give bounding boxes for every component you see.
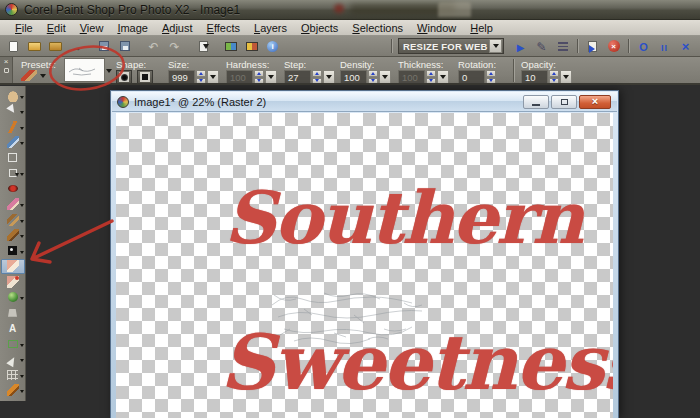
- eraser-tool-selected[interactable]: [1, 259, 25, 275]
- preset-shapes-tool[interactable]: [1, 336, 25, 352]
- rotation-label: Rotation:: [458, 59, 496, 70]
- record-icon[interactable]: [633, 38, 654, 55]
- presets-dropdown[interactable]: [21, 70, 46, 81]
- annotation-arrow: [32, 221, 112, 262]
- opacity-label: Opacity:: [521, 59, 556, 70]
- crop-icon: [8, 153, 17, 162]
- minimize-button[interactable]: [523, 95, 549, 109]
- density-input[interactable]: 100: [340, 70, 367, 84]
- density-slider-dropdown[interactable]: [379, 70, 391, 84]
- step-input[interactable]: 27: [284, 70, 311, 84]
- page-pointer-icon[interactable]: [193, 38, 214, 55]
- chevron-down-icon[interactable]: [489, 39, 502, 53]
- document-window: Image1* @ 22% (Raster 2) Southern Sweetn…: [110, 90, 619, 418]
- close-icon[interactable]: [4, 58, 9, 66]
- run-script-icon[interactable]: [582, 38, 603, 55]
- script-preset-dropdown[interactable]: RESIZE FOR WEB: [398, 38, 504, 54]
- menu-adjust[interactable]: Adjust: [155, 21, 200, 35]
- canvas-area[interactable]: Southern Sweetness: [116, 113, 613, 418]
- preset-preview-swatch[interactable]: [64, 58, 105, 82]
- opacity-input[interactable]: 10: [521, 70, 548, 84]
- menu-image[interactable]: Image: [110, 21, 155, 35]
- save-icon[interactable]: [93, 38, 114, 55]
- oil-brush-icon: [7, 384, 19, 396]
- app-titlebar: Corel Paint Shop Pro Photo X2 - Image1: [0, 0, 700, 20]
- flood-fill-tool[interactable]: [1, 305, 25, 321]
- step-stepper[interactable]: [312, 70, 322, 84]
- dropper-tool[interactable]: [1, 135, 25, 151]
- density-stepper[interactable]: [368, 70, 378, 84]
- menu-selections[interactable]: Selections: [345, 21, 410, 35]
- step-label: Step:: [284, 59, 306, 70]
- close-button[interactable]: [579, 95, 611, 109]
- palette-grip[interactable]: [0, 57, 13, 83]
- rotation-stepper[interactable]: [486, 70, 496, 84]
- menu-file[interactable]: File: [8, 21, 40, 35]
- edit-script-icon[interactable]: [531, 38, 552, 55]
- background-eraser-tool[interactable]: [1, 274, 25, 290]
- size-stepper[interactable]: [196, 70, 206, 84]
- density-label: Density:: [340, 59, 374, 70]
- round-shape-button[interactable]: [116, 70, 132, 84]
- pen-tool[interactable]: [1, 352, 25, 368]
- script-list-icon[interactable]: [552, 38, 573, 55]
- straighten-icon: [7, 121, 19, 133]
- new-page-icon[interactable]: [3, 38, 24, 55]
- menu-help[interactable]: Help: [463, 21, 500, 35]
- preset-preview-dropdown-icon[interactable]: [106, 69, 112, 76]
- size-slider-dropdown[interactable]: [207, 70, 219, 84]
- size-input[interactable]: 999: [168, 70, 195, 84]
- swatches-icon[interactable]: [241, 38, 262, 55]
- thickness-label: Thickness:: [398, 59, 443, 70]
- menu-effects[interactable]: Effects: [200, 21, 247, 35]
- canvas-text-sweetness: Sweetness: [220, 318, 613, 407]
- rotation-input[interactable]: 0: [458, 70, 485, 84]
- crop-tool[interactable]: [1, 150, 25, 166]
- play-script-icon[interactable]: [510, 38, 531, 55]
- undo-icon[interactable]: [143, 38, 164, 55]
- menu-layers[interactable]: Layers: [247, 21, 294, 35]
- import-arrow-icon[interactable]: [66, 38, 87, 55]
- deform-tool[interactable]: [1, 166, 25, 182]
- info-icon[interactable]: [262, 38, 283, 55]
- pause-icon[interactable]: [654, 38, 675, 55]
- pan-tool[interactable]: [1, 88, 25, 104]
- straighten-tool[interactable]: [1, 119, 25, 135]
- lighten-darken-tool[interactable]: [1, 243, 25, 259]
- restore-button[interactable]: [551, 95, 577, 109]
- oil-brush-tool[interactable]: [1, 383, 25, 399]
- app-logo-icon: [5, 3, 18, 16]
- background-eraser-icon: [7, 276, 19, 288]
- hardness-slider-dropdown: [265, 70, 277, 84]
- clone-brush-tool[interactable]: [1, 212, 25, 228]
- pick-tool[interactable]: [1, 104, 25, 120]
- background-window-dot: [334, 4, 344, 13]
- save-as-icon[interactable]: [114, 38, 135, 55]
- presets-label: Presets:: [21, 59, 56, 70]
- red-eye-tool[interactable]: [1, 181, 25, 197]
- makeover-tool[interactable]: [1, 197, 25, 213]
- opacity-slider-dropdown[interactable]: [560, 70, 572, 84]
- menu-objects[interactable]: Objects: [294, 21, 345, 35]
- menu-view[interactable]: View: [73, 21, 111, 35]
- eraser-icon: [7, 260, 19, 272]
- browse-folder-icon[interactable]: [45, 38, 66, 55]
- picture-tube-tool[interactable]: [1, 290, 25, 306]
- pin-icon[interactable]: [4, 68, 9, 73]
- redo-icon[interactable]: [164, 38, 185, 55]
- standard-toolbar: RESIZE FOR WEB Sharpne: [0, 36, 700, 57]
- square-shape-button[interactable]: [137, 70, 153, 84]
- document-titlebar[interactable]: Image1* @ 22% (Raster 2): [112, 92, 617, 112]
- menu-window[interactable]: Window: [410, 21, 463, 35]
- text-tool[interactable]: [1, 321, 25, 337]
- open-folder-icon[interactable]: [24, 38, 45, 55]
- opacity-stepper[interactable]: [549, 70, 559, 84]
- step-slider-dropdown[interactable]: [323, 70, 335, 84]
- app-window: Corel Paint Shop Pro Photo X2 - Image1 F…: [0, 0, 700, 418]
- mesh-warp-tool[interactable]: [1, 367, 25, 383]
- stop-script-icon[interactable]: [603, 38, 624, 55]
- menu-edit[interactable]: Edit: [40, 21, 73, 35]
- paint-brush-tool[interactable]: [1, 228, 25, 244]
- palette-icon[interactable]: [220, 38, 241, 55]
- cancel-icon[interactable]: [675, 38, 696, 55]
